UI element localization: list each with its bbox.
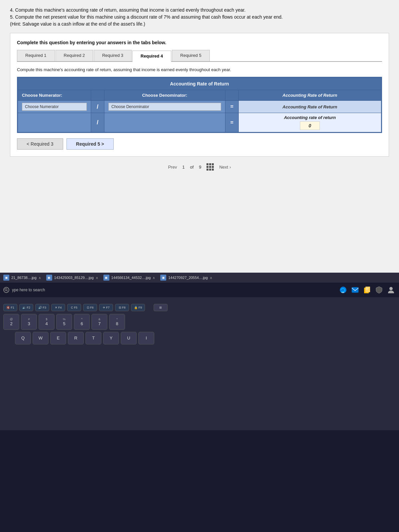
key-f2-icon: 🔉 — [22, 306, 26, 309]
file-item-2[interactable]: ▣ 143425003_85129....jpg ∧ — [46, 275, 98, 281]
arr-table: Accounting Rate of Return Choose Numerat… — [18, 77, 381, 132]
problem-hint: (Hint: Salvage value is a cash inflow at… — [10, 21, 145, 27]
prev-button-label: < Required 3 — [27, 141, 54, 147]
key-f7-icon: ✈ — [103, 306, 105, 309]
svg-point-8 — [389, 287, 393, 290]
key-f7[interactable]: ✈ F7 — [99, 304, 113, 311]
key-f9[interactable]: 🔒 F9 — [131, 304, 145, 311]
pagination-next-label: Next — [219, 165, 228, 170]
key-f6[interactable]: ⊡ F6 — [83, 304, 97, 311]
denominator-value-cell — [104, 113, 225, 132]
key-y[interactable]: Y — [103, 332, 119, 344]
person-icon-svg — [388, 286, 394, 294]
key-hash-3[interactable]: # 3 — [21, 314, 37, 330]
file-arrow-3: ∧ — [153, 276, 155, 280]
arr-result-type-label: Accounting rate of return — [243, 115, 377, 120]
key-i[interactable]: I — [138, 332, 154, 344]
svg-line-1 — [7, 291, 8, 292]
file-bar: ▣ 21_86738....jpg ∧ ▣ 143425003_85129...… — [0, 273, 399, 283]
taskbar-search: ype here to search — [3, 287, 334, 293]
key-f5[interactable]: C F5 — [67, 304, 81, 311]
file-item-3[interactable]: ▣ 144566134_44532....jpg ∧ — [103, 275, 155, 281]
grid-view-icon[interactable] — [206, 163, 214, 171]
tab-required5[interactable]: Required 5 — [172, 50, 210, 61]
key-f8[interactable]: ⊟ F8 — [115, 304, 129, 311]
section-description: Compute this machine's accounting rate o… — [17, 67, 382, 72]
arr-result-type: Accounting rate of return 0 — [238, 113, 381, 132]
key-f7-label: F7 — [106, 306, 110, 309]
file-icon-1: ▣ — [3, 275, 9, 281]
key-q[interactable]: Q — [15, 332, 31, 344]
prev-button[interactable]: < Required 3 — [17, 138, 63, 150]
col-result-header: Accounting Rate of Return — [238, 90, 381, 101]
mail-icon[interactable] — [350, 285, 360, 295]
tab-required4[interactable]: Required 4 — [132, 51, 171, 62]
shield-icon[interactable] — [374, 285, 384, 295]
problem-text: 4. Compute this machine's accounting rat… — [10, 7, 389, 28]
edge-browser-icon — [339, 286, 347, 294]
pagination-next[interactable]: Next › — [219, 165, 231, 170]
tab-required1[interactable]: Required 1 — [17, 50, 55, 61]
keyboard: 🔇 F1 🔉 F2 🔊 F3 ✕ F4 C F5 ⊡ F6 ✈ F7 ⊟ — [0, 297, 399, 430]
key-f2[interactable]: 🔉 F2 — [19, 304, 33, 311]
arr-result-value: 0 — [300, 121, 320, 130]
file-icon-2: ▣ — [46, 275, 52, 281]
file-item-4[interactable]: ▣ 144270927_20554....jpg ∧ — [160, 275, 212, 281]
key-f4[interactable]: ✕ F4 — [51, 304, 65, 311]
key-w[interactable]: W — [33, 332, 49, 344]
key-t[interactable]: T — [85, 332, 101, 344]
pagination-prev[interactable]: Prev — [168, 165, 177, 170]
next-button[interactable]: Required 5 > — [66, 138, 114, 150]
files-icon[interactable] — [362, 285, 372, 295]
file-name-1: 21_86738....jpg — [11, 276, 37, 280]
next-button-label: Required 5 > — [76, 141, 104, 147]
slash-cell-1: / — [91, 101, 104, 113]
slash-cell-2: / — [91, 113, 104, 132]
key-amp-7[interactable]: & 7 — [91, 314, 107, 330]
numerator-select-cell[interactable]: Choose Numerator — [18, 101, 91, 113]
key-prtsc[interactable]: ⊞ — [154, 304, 168, 311]
numerator-select[interactable]: Choose Numerator — [22, 103, 87, 111]
question-box: Complete this question by entering your … — [10, 33, 389, 157]
key-f1[interactable]: 🔇 F1 — [3, 304, 17, 311]
key-f1-icon: 🔇 — [6, 306, 10, 309]
file-item-1[interactable]: ▣ 21_86738....jpg ∧ — [3, 275, 41, 281]
key-caret-6[interactable]: ^ 6 — [74, 314, 90, 330]
windows-taskbar: ype here to search — [0, 283, 399, 297]
key-r[interactable]: R — [68, 332, 84, 344]
taskbar-search-text[interactable]: ype here to search — [12, 288, 45, 292]
svg-point-0 — [5, 289, 7, 291]
key-dollar-4[interactable]: $ 4 — [39, 314, 55, 330]
tab-required3[interactable]: Required 3 — [94, 50, 132, 61]
file-icon-3: ▣ — [103, 275, 109, 281]
problem-line4: 4. Compute this machine's accounting rat… — [10, 7, 246, 13]
svg-rect-7 — [365, 289, 368, 290]
mail-icon-svg — [351, 287, 359, 293]
denominator-select-cell[interactable]: Choose Denominator — [104, 101, 225, 113]
key-f9-icon: 🔒 — [134, 306, 138, 309]
letter-key-row: Q W E R T Y U I — [3, 332, 396, 344]
person-icon[interactable] — [386, 285, 396, 295]
main-content: 4. Compute this machine's accounting rat… — [0, 0, 399, 273]
key-f8-icon: ⊟ — [119, 306, 121, 309]
file-arrow-2: ∧ — [96, 276, 98, 280]
key-u[interactable]: U — [121, 332, 137, 344]
number-key-row: @ 2 # 3 $ 4 % 5 ^ 6 & 7 * 8 — [3, 314, 396, 330]
key-percent-5[interactable]: % 5 — [56, 314, 72, 330]
key-e[interactable]: E — [50, 332, 66, 344]
denominator-select[interactable]: Choose Denominator — [108, 103, 221, 111]
problem-line5: 5. Compute the net present value for thi… — [10, 14, 283, 20]
key-f4-label: F4 — [58, 306, 62, 309]
key-q-row-placeholder[interactable] — [3, 332, 13, 344]
key-star-8[interactable]: * 8 — [109, 314, 125, 330]
numerator-value-cell — [18, 113, 91, 132]
question-instruction: Complete this question by entering your … — [17, 40, 382, 45]
edge-icon[interactable] — [338, 285, 348, 295]
key-f3[interactable]: 🔊 F3 — [35, 304, 49, 311]
tab-required2[interactable]: Required 2 — [56, 50, 93, 61]
shield-icon-svg — [376, 286, 382, 294]
key-at-2[interactable]: @ 2 — [3, 314, 19, 330]
col-denominator-header: Choose Denominator: — [104, 90, 225, 101]
file-icon-4: ▣ — [160, 275, 166, 281]
nav-buttons: < Required 3 Required 5 > — [17, 138, 382, 150]
